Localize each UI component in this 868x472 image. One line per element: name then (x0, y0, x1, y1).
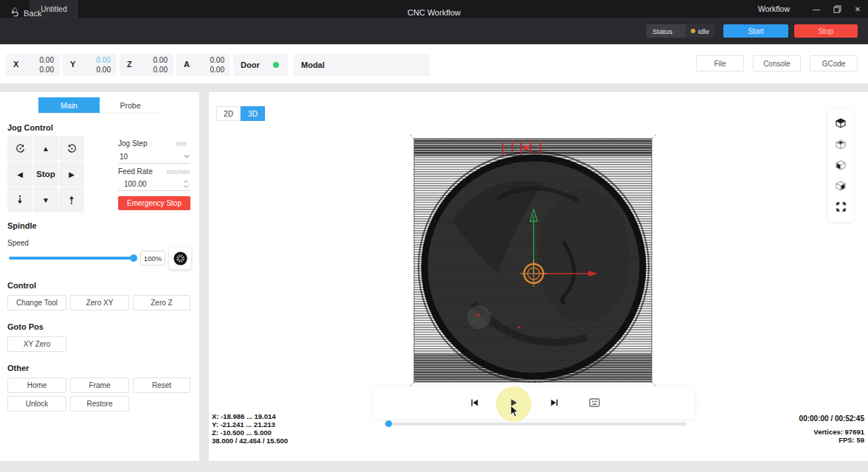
home-button[interactable]: Home (7, 378, 66, 393)
jog-stop-button[interactable]: Stop (33, 162, 58, 187)
change-tool-button[interactable]: Change Tool (7, 295, 66, 310)
xy-zero-button[interactable]: XY Zero (7, 336, 66, 352)
axis-readout-z: Z 0.000.00 (120, 54, 173, 76)
spin-up-icon (183, 180, 189, 184)
axis-readout-a: A 0.000.00 (176, 54, 230, 76)
door-ok-dot (273, 62, 279, 68)
view-iso-icon[interactable] (833, 116, 848, 131)
play-button[interactable] (506, 395, 522, 411)
spindle-heading: Spindle (7, 221, 37, 230)
bounds-y: Y: -21.241 ... 21.213 (212, 420, 288, 428)
slider-handle[interactable] (130, 254, 137, 262)
minimize-icon[interactable]: — (806, 0, 827, 18)
status-value: Idle (698, 27, 709, 35)
bounds-size: 38.000 / 42.454 / 15.500 (212, 437, 288, 445)
spindle-toggle-button[interactable] (169, 247, 191, 269)
rotate-cw-icon (66, 143, 78, 154)
timeline-slider[interactable] (384, 423, 686, 426)
view-front-icon[interactable] (833, 158, 848, 173)
job-time: 00:00:00 / 00:52:45 (799, 414, 864, 423)
axis-x-work-value: 0.00 (40, 55, 54, 65)
goto-pos-heading: Goto Pos (7, 322, 44, 331)
start-button[interactable]: Start (723, 24, 788, 38)
feed-rate-unit: mm/sec (167, 168, 190, 176)
reset-button[interactable]: Reset (133, 378, 190, 393)
rotate-ccw-icon (15, 143, 26, 154)
zero-xy-button[interactable]: Zero XY (70, 295, 129, 310)
jog-control-heading: Jog Control (7, 123, 53, 132)
timeline-handle[interactable] (385, 420, 392, 427)
jog-z-minus-button[interactable] (7, 187, 32, 212)
document-tab-label: Untitled (41, 4, 67, 13)
door-status: Door (233, 54, 288, 76)
tab-main[interactable]: Main (38, 97, 100, 113)
jog-step-select[interactable]: 10 (118, 150, 190, 164)
close-icon[interactable]: ✕ (847, 0, 868, 18)
jog-z-plus-button[interactable] (59, 187, 84, 212)
window-title: Workflow (758, 4, 790, 13)
feed-rate-spinner[interactable] (183, 180, 190, 188)
playback-settings-button[interactable] (586, 395, 602, 411)
file-button[interactable]: File (696, 55, 744, 72)
back-button[interactable]: Back (10, 6, 41, 21)
status-idle-dot (691, 29, 695, 33)
play-icon (509, 398, 519, 408)
skip-end-button[interactable] (546, 395, 562, 411)
chevron-down-icon (183, 153, 190, 159)
axis-z-label: Z (127, 60, 132, 69)
gcode-button[interactable]: GCode (810, 55, 858, 72)
app-title: CNC Workflow (407, 8, 461, 17)
spindle-gear-icon (173, 251, 188, 266)
unlock-button[interactable]: Unlock (7, 396, 66, 412)
left-triangle-icon: ◀ (17, 170, 23, 178)
fit-view-icon[interactable] (833, 200, 848, 215)
restore-icon[interactable] (827, 0, 847, 18)
restore-button[interactable]: Restore (70, 396, 129, 412)
jog-step-label: Jog Step (118, 139, 147, 148)
tab-3d[interactable]: 3D (241, 106, 265, 121)
jog-y-plus-button[interactable]: ▲ (33, 136, 58, 161)
view-top-icon[interactable] (833, 137, 848, 152)
vertices-count: Vertices: 97691 (799, 428, 864, 436)
zero-z-button[interactable]: Zero Z (133, 295, 190, 310)
view-cube-toolbar (828, 108, 853, 222)
status-badge: Status Idle (647, 24, 714, 38)
back-arrow-icon (10, 9, 19, 18)
skip-end-icon (549, 398, 559, 408)
control-heading: Control (7, 281, 36, 290)
back-label: Back (24, 9, 41, 18)
spin-down-icon (183, 184, 189, 188)
fps-count: FPS: 59 (799, 436, 864, 444)
speed-label: Speed (7, 239, 29, 247)
skip-start-button[interactable] (466, 395, 483, 411)
jog-x-plus-button[interactable]: ▶ (59, 162, 84, 187)
spindle-speed-slider[interactable] (9, 257, 136, 260)
feed-rate-input[interactable]: 100.00 (118, 177, 190, 191)
z-up-icon (66, 195, 77, 205)
stop-button[interactable]: Stop (794, 24, 858, 38)
emergency-stop-button[interactable]: Emergency Stop (118, 196, 190, 210)
keypad-icon (589, 398, 600, 407)
dro-strip: X 0.000.00 Y 0.000.00 Z 0.000.00 A 0.000… (0, 44, 868, 83)
view-side-icon[interactable] (833, 178, 848, 193)
up-triangle-icon: ▲ (42, 145, 49, 153)
down-triangle-icon: ▼ (42, 196, 49, 204)
toolpath-3d-view[interactable] (408, 133, 658, 391)
feed-rate-label: Feed Rate (118, 167, 153, 176)
jog-rotate-ccw-button[interactable] (7, 136, 32, 161)
tab-probe[interactable]: Probe (100, 97, 161, 113)
jog-grid: ▲ ◀ Stop ▶ ▼ (7, 136, 84, 212)
axis-y-work-value: 0.00 (97, 55, 111, 65)
jog-rotate-cw-button[interactable] (59, 136, 84, 161)
frame-button[interactable]: Frame (70, 378, 129, 393)
status-label: Status (647, 27, 686, 35)
jog-y-minus-button[interactable]: ▼ (33, 187, 58, 212)
feed-rate-value: 100.00 (118, 180, 183, 188)
jog-x-minus-button[interactable]: ◀ (7, 162, 32, 187)
z-down-icon (15, 195, 25, 205)
axis-x-label: X (13, 60, 18, 69)
tab-2d[interactable]: 2D (216, 106, 241, 121)
console-button[interactable]: Console (753, 55, 801, 72)
axis-y-label: Y (70, 60, 75, 69)
axis-z-work-value: 0.00 (154, 55, 168, 65)
